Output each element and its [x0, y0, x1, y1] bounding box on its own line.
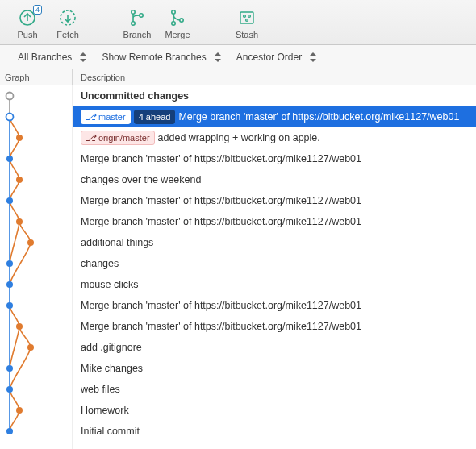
commit-message: changes [81, 258, 119, 269]
commit-row[interactable]: Merge branch 'master' of https://bitbuck… [73, 148, 476, 169]
commit-row[interactable]: Merge branch 'master' of https://bitbuck… [73, 211, 476, 232]
updown-icon [80, 52, 87, 62]
commit-message: Merge branch 'master' of https://bitbuck… [81, 300, 361, 311]
merge-icon [168, 8, 187, 27]
column-header-graph[interactable]: Graph [0, 69, 73, 85]
merge-label: Merge [165, 30, 190, 39]
stash-button[interactable]: Stash [231, 8, 263, 39]
svg-point-15 [6, 156, 13, 162]
commit-message: Homework [81, 405, 129, 416]
svg-point-23 [16, 323, 23, 330]
svg-point-3 [132, 22, 135, 25]
commit-row[interactable]: Mike changes [73, 358, 476, 379]
commit-message: added wrapping + working on apple. [158, 132, 320, 143]
local-branch-tag: ⎇master [81, 110, 131, 124]
commit-message: Uncommitted changes [81, 90, 189, 102]
svg-point-26 [6, 386, 13, 393]
branches-filter-label: All Branches [18, 52, 72, 63]
commit-row[interactable]: additional things [73, 232, 476, 253]
commit-row[interactable]: ⎇master4 ahead Merge branch 'master' of … [73, 106, 476, 127]
commit-row[interactable]: Uncommitted changes [73, 85, 476, 106]
remote-filter-dropdown[interactable]: Show Remote Branches [102, 52, 221, 63]
svg-point-17 [6, 197, 13, 204]
order-label: Ancestor Order [236, 52, 302, 63]
svg-point-22 [6, 302, 13, 309]
commit-row[interactable]: Merge branch 'master' of https://bitbuck… [73, 190, 476, 211]
branch-button[interactable]: Branch [121, 8, 153, 39]
svg-point-28 [6, 428, 13, 434]
commit-row[interactable]: mouse clicks [73, 274, 476, 295]
commit-message: Merge branch 'master' of https://bitbuck… [81, 216, 361, 227]
filter-bar: All Branches Show Remote Branches Ancest… [0, 45, 476, 69]
commit-message: Initial commit [81, 426, 140, 437]
commit-message: web files [81, 384, 120, 395]
commit-message: Mike changes [81, 363, 143, 374]
push-button[interactable]: 4 Push [11, 8, 44, 39]
fetch-icon [58, 8, 77, 27]
column-header-description[interactable]: Description [73, 69, 476, 85]
svg-point-12 [6, 93, 14, 100]
svg-point-16 [16, 177, 23, 183]
toolbar-group-stash: Stash [224, 8, 269, 39]
remote-branch-tag: ⎇origin/master [81, 131, 155, 145]
graph-column [0, 85, 73, 449]
commit-message: Merge branch 'master' of https://bitbuck… [81, 321, 361, 332]
svg-point-4 [140, 14, 143, 17]
commit-message: mouse clicks [81, 279, 139, 290]
commit-message: Merge branch 'master' of https://bitbuck… [81, 195, 361, 206]
commit-row[interactable]: Homework [73, 400, 476, 421]
commit-row[interactable]: ⎇origin/master added wrapping + working … [73, 127, 476, 148]
svg-point-6 [172, 22, 175, 25]
commit-list: Uncommitted changes⎇master4 ahead Merge … [0, 85, 476, 449]
commit-row[interactable]: Merge branch 'master' of https://bitbuck… [73, 295, 476, 316]
branch-icon [127, 8, 147, 27]
commit-message: add .gitignore [81, 342, 142, 353]
svg-point-19 [27, 239, 34, 246]
fetch-button[interactable]: Fetch [52, 8, 84, 39]
commit-message: changes over the weekend [81, 174, 201, 185]
commit-row[interactable]: web files [73, 379, 476, 400]
svg-point-27 [16, 407, 23, 414]
svg-point-11 [246, 19, 248, 22]
svg-point-25 [6, 365, 13, 372]
branches-filter-dropdown[interactable]: All Branches [18, 52, 87, 63]
updown-icon [310, 52, 317, 62]
stash-label: Stash [236, 30, 258, 39]
svg-point-24 [27, 344, 34, 351]
toolbar-group-remote: 4 Push Fetch [5, 8, 90, 39]
svg-point-14 [16, 135, 23, 141]
svg-point-7 [180, 19, 183, 22]
order-dropdown[interactable]: Ancestor Order [236, 52, 317, 63]
toolbar: 4 Push Fetch Branch [0, 0, 476, 45]
fetch-label: Fetch [56, 30, 79, 39]
commit-message: additional things [81, 237, 153, 248]
remote-branch-name: origin/master [98, 132, 150, 143]
commit-row[interactable]: Initial commit [73, 421, 476, 442]
svg-point-2 [132, 10, 135, 14]
commit-row[interactable]: Merge branch 'master' of https://bitbuck… [73, 316, 476, 337]
branch-label: Branch [123, 30, 152, 39]
svg-point-10 [248, 15, 251, 18]
commit-row[interactable]: changes over the weekend [73, 169, 476, 190]
commit-row[interactable]: add .gitignore [73, 337, 476, 358]
svg-point-13 [6, 114, 14, 121]
push-icon: 4 [18, 8, 37, 27]
ahead-tag: 4 ahead [134, 110, 176, 124]
push-label: Push [17, 30, 37, 39]
commit-message: Merge branch 'master' of https://bitbuck… [178, 111, 459, 123]
local-branch-name: master [98, 111, 126, 123]
commit-message: Merge branch 'master' of https://bitbuck… [81, 153, 361, 164]
remote-filter-label: Show Remote Branches [102, 52, 206, 63]
svg-point-9 [244, 15, 246, 18]
push-badge: 4 [33, 5, 42, 15]
commit-row[interactable]: changes [73, 253, 476, 274]
svg-point-5 [172, 10, 175, 14]
svg-point-20 [6, 260, 13, 267]
column-headers: Graph Description [0, 69, 476, 85]
svg-point-18 [16, 218, 23, 225]
branch-icon: ⎇ [86, 132, 96, 143]
stash-icon [237, 8, 257, 27]
merge-button[interactable]: Merge [161, 8, 194, 39]
branch-icon: ⎇ [86, 111, 96, 123]
updown-icon [215, 52, 222, 62]
